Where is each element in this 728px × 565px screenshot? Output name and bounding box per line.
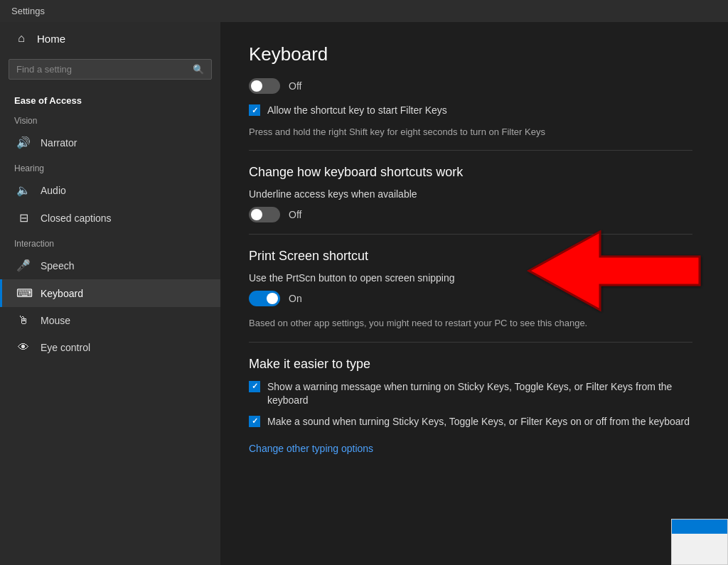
- divider1: [249, 150, 692, 151]
- audio-icon: 🔈: [16, 183, 31, 197]
- search-box[interactable]: 🔍: [9, 59, 212, 80]
- prtscn-toggle-label: On: [289, 293, 302, 304]
- divider2: [249, 234, 692, 235]
- underline-toggle[interactable]: [249, 207, 280, 222]
- hearing-category-label: Hearing: [0, 156, 220, 176]
- narrator-icon: 🔊: [16, 136, 31, 149]
- search-input[interactable]: [16, 64, 193, 75]
- make-sound-row: Make a sound when turning Sticky Keys, T…: [249, 415, 692, 429]
- prtscn-toggle-row: On: [249, 291, 692, 306]
- underline-toggle-label: Off: [289, 209, 301, 220]
- prtscn-toggle-knob: [267, 293, 278, 304]
- divider3: [249, 342, 692, 343]
- home-icon: ⌂: [14, 32, 28, 45]
- prtscn-section-title: Print Screen shortcut: [249, 249, 692, 264]
- make-sound-label: Make a sound when turning Sticky Keys, T…: [267, 415, 690, 429]
- filter-keys-toggle-label: Off: [289, 80, 301, 92]
- shortcuts-section-title: Change how keyboard shortcuts work: [249, 165, 692, 180]
- sidebar-item-keyboard[interactable]: ⌨ Keyboard: [0, 279, 220, 307]
- sidebar-item-audio[interactable]: 🔈 Audio: [0, 176, 220, 204]
- app-body: ⌂ Home 🔍 Ease of Access Vision 🔊 Narrato…: [0, 22, 728, 565]
- sidebar-item-mouse[interactable]: 🖱 Mouse: [0, 307, 220, 334]
- sidebar-item-closed-captions[interactable]: ⊟ Closed captions: [0, 204, 220, 232]
- audio-label: Audio: [41, 185, 66, 196]
- sidebar-home-label: Home: [37, 33, 65, 45]
- filter-keys-subtext: Press and hold the right Shift key for e…: [249, 125, 692, 139]
- sidebar: ⌂ Home 🔍 Ease of Access Vision 🔊 Narrato…: [0, 22, 220, 565]
- allow-shortcut-checkbox[interactable]: [249, 104, 260, 116]
- filter-keys-toggle-row: Off: [249, 78, 692, 94]
- sidebar-item-home[interactable]: ⌂ Home: [0, 22, 220, 55]
- filter-keys-toggle[interactable]: [249, 78, 280, 94]
- corner-window: [671, 519, 728, 565]
- corner-window-bar: [672, 520, 727, 534]
- vision-category-label: Vision: [0, 109, 220, 129]
- keyboard-label: Keyboard: [41, 288, 83, 299]
- closed-captions-label: Closed captions: [41, 212, 112, 224]
- allow-shortcut-row: Allow the shortcut key to start Filter K…: [249, 104, 692, 118]
- eye-control-label: Eye control: [41, 342, 90, 353]
- sidebar-item-speech[interactable]: 🎤 Speech: [0, 252, 220, 279]
- underline-toggle-row: Off: [249, 207, 692, 222]
- warning-message-row: Show a warning message when turning on S…: [249, 380, 692, 408]
- warning-message-label: Show a warning message when turning on S…: [267, 380, 692, 408]
- closed-captions-icon: ⊟: [16, 211, 31, 225]
- warning-message-checkbox[interactable]: [249, 381, 260, 392]
- sidebar-item-narrator[interactable]: 🔊 Narrator: [0, 129, 220, 156]
- allow-shortcut-label: Allow the shortcut key to start Filter K…: [267, 104, 447, 118]
- speech-icon: 🎤: [16, 259, 31, 272]
- underline-label: Underline access keys when available: [249, 188, 692, 200]
- change-typing-options-link[interactable]: Change other typing options: [249, 443, 373, 454]
- narrator-label: Narrator: [41, 137, 77, 149]
- make-sound-checkbox[interactable]: [249, 416, 260, 427]
- keyboard-icon: ⌨: [16, 286, 31, 300]
- title-bar: Settings: [0, 0, 728, 22]
- mouse-label: Mouse: [41, 315, 70, 326]
- sidebar-section-label: Ease of Access: [0, 88, 220, 109]
- easier-type-section-title: Make it easier to type: [249, 357, 692, 372]
- title-bar-label: Settings: [11, 6, 45, 16]
- mouse-icon: 🖱: [16, 314, 31, 327]
- prtscn-label: Use the PrtScn button to open screen sni…: [249, 272, 692, 284]
- main-content: Keyboard Off Allow the shortcut key to s…: [220, 22, 728, 565]
- speech-label: Speech: [41, 260, 74, 271]
- interaction-category-label: Interaction: [0, 232, 220, 252]
- search-icon: 🔍: [193, 64, 204, 75]
- prtscn-toggle[interactable]: [249, 291, 280, 306]
- eye-control-icon: 👁: [16, 341, 31, 354]
- page-title: Keyboard: [249, 43, 692, 65]
- underline-toggle-knob: [251, 209, 262, 220]
- filter-keys-toggle-knob: [251, 80, 262, 92]
- prtscn-subtext: Based on other app settings, you might n…: [249, 316, 692, 330]
- sidebar-item-eye-control[interactable]: 👁 Eye control: [0, 334, 220, 361]
